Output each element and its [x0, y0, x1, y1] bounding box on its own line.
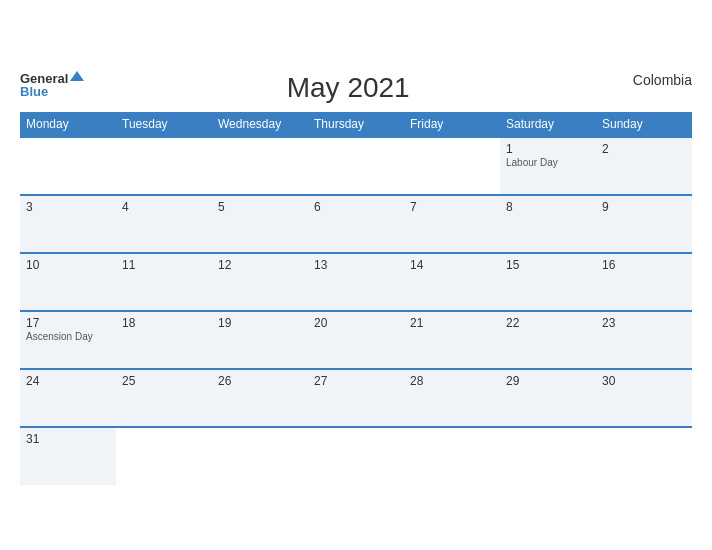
- weekday-header-saturday: Saturday: [500, 112, 596, 137]
- calendar-cell: [116, 427, 212, 485]
- week-row-2: 10111213141516: [20, 253, 692, 311]
- day-number: 25: [122, 374, 206, 388]
- logo-general-text: General: [20, 72, 68, 85]
- day-number: 5: [218, 200, 302, 214]
- calendar-cell: 17Ascension Day: [20, 311, 116, 369]
- weekday-header-sunday: Sunday: [596, 112, 692, 137]
- calendar-cell: 12: [212, 253, 308, 311]
- calendar-cell: [404, 427, 500, 485]
- day-number: 29: [506, 374, 590, 388]
- day-number: 22: [506, 316, 590, 330]
- calendar-cell: 19: [212, 311, 308, 369]
- calendar-cell: 6: [308, 195, 404, 253]
- calendar-cell: 2: [596, 137, 692, 195]
- logo-blue-text: Blue: [20, 85, 48, 98]
- day-number: 31: [26, 432, 110, 446]
- calendar-cell: 16: [596, 253, 692, 311]
- calendar-cell: [212, 427, 308, 485]
- calendar-cell: 21: [404, 311, 500, 369]
- weekday-header-thursday: Thursday: [308, 112, 404, 137]
- day-number: 3: [26, 200, 110, 214]
- calendar-cell: 11: [116, 253, 212, 311]
- calendar-cell: 1Labour Day: [500, 137, 596, 195]
- calendar-cell: 22: [500, 311, 596, 369]
- day-number: 16: [602, 258, 686, 272]
- calendar-cell: [500, 427, 596, 485]
- event-label: Ascension Day: [26, 331, 110, 342]
- week-row-5: 31: [20, 427, 692, 485]
- day-number: 17: [26, 316, 110, 330]
- calendar-cell: [20, 137, 116, 195]
- day-number: 24: [26, 374, 110, 388]
- day-number: 23: [602, 316, 686, 330]
- calendar-cell: 23: [596, 311, 692, 369]
- day-number: 4: [122, 200, 206, 214]
- weekday-header-monday: Monday: [20, 112, 116, 137]
- day-number: 18: [122, 316, 206, 330]
- calendar: General Blue May 2021 Colombia MondayTue…: [10, 56, 702, 495]
- calendar-cell: 9: [596, 195, 692, 253]
- calendar-cell: 29: [500, 369, 596, 427]
- calendar-cell: 27: [308, 369, 404, 427]
- weekday-header-wednesday: Wednesday: [212, 112, 308, 137]
- weekday-header-friday: Friday: [404, 112, 500, 137]
- day-number: 19: [218, 316, 302, 330]
- calendar-header: General Blue May 2021 Colombia: [20, 72, 692, 104]
- day-number: 26: [218, 374, 302, 388]
- calendar-cell: 31: [20, 427, 116, 485]
- calendar-cell: 8: [500, 195, 596, 253]
- calendar-cell: 20: [308, 311, 404, 369]
- month-title: May 2021: [84, 72, 612, 104]
- week-row-1: 3456789: [20, 195, 692, 253]
- calendar-cell: 3: [20, 195, 116, 253]
- country-label: Colombia: [612, 72, 692, 88]
- day-number: 11: [122, 258, 206, 272]
- calendar-cell: 18: [116, 311, 212, 369]
- calendar-table: MondayTuesdayWednesdayThursdayFridaySatu…: [20, 112, 692, 485]
- calendar-cell: 7: [404, 195, 500, 253]
- week-row-3: 17Ascension Day181920212223: [20, 311, 692, 369]
- day-number: 9: [602, 200, 686, 214]
- logo: General Blue: [20, 72, 84, 98]
- calendar-cell: [116, 137, 212, 195]
- day-number: 2: [602, 142, 686, 156]
- calendar-cell: 28: [404, 369, 500, 427]
- calendar-cell: 30: [596, 369, 692, 427]
- calendar-cell: [596, 427, 692, 485]
- logo-triangle-icon: [70, 71, 84, 81]
- week-row-4: 24252627282930: [20, 369, 692, 427]
- calendar-cell: [404, 137, 500, 195]
- calendar-cell: [212, 137, 308, 195]
- calendar-cell: 4: [116, 195, 212, 253]
- day-number: 13: [314, 258, 398, 272]
- day-number: 7: [410, 200, 494, 214]
- day-number: 1: [506, 142, 590, 156]
- weekday-header-tuesday: Tuesday: [116, 112, 212, 137]
- calendar-cell: [308, 427, 404, 485]
- day-number: 8: [506, 200, 590, 214]
- event-label: Labour Day: [506, 157, 590, 168]
- calendar-cell: 5: [212, 195, 308, 253]
- day-number: 12: [218, 258, 302, 272]
- day-number: 15: [506, 258, 590, 272]
- day-number: 27: [314, 374, 398, 388]
- calendar-cell: 14: [404, 253, 500, 311]
- calendar-cell: 13: [308, 253, 404, 311]
- calendar-cell: 25: [116, 369, 212, 427]
- day-number: 20: [314, 316, 398, 330]
- calendar-cell: 15: [500, 253, 596, 311]
- week-row-0: 1Labour Day2: [20, 137, 692, 195]
- calendar-cell: [308, 137, 404, 195]
- calendar-cell: 26: [212, 369, 308, 427]
- day-number: 21: [410, 316, 494, 330]
- calendar-cell: 10: [20, 253, 116, 311]
- day-number: 10: [26, 258, 110, 272]
- day-number: 14: [410, 258, 494, 272]
- day-number: 30: [602, 374, 686, 388]
- day-number: 28: [410, 374, 494, 388]
- weekday-header-row: MondayTuesdayWednesdayThursdayFridaySatu…: [20, 112, 692, 137]
- day-number: 6: [314, 200, 398, 214]
- calendar-cell: 24: [20, 369, 116, 427]
